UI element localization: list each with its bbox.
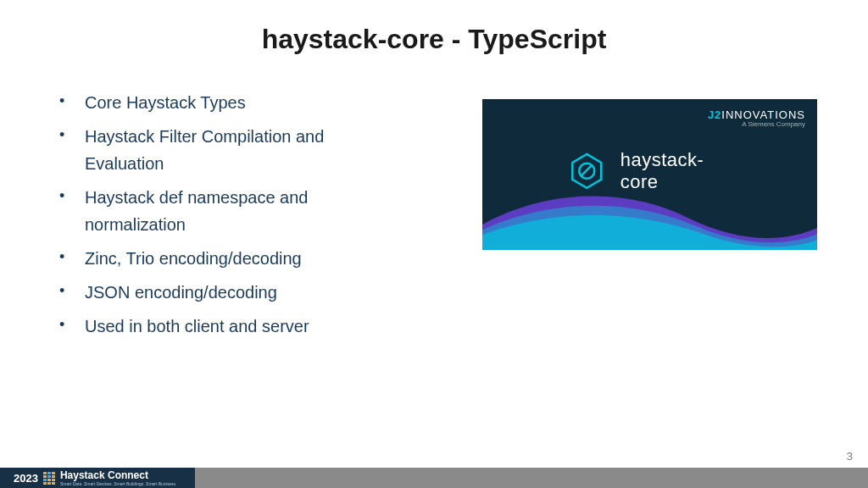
library-banner: J2INNOVATIONS A Siemens Company haystack… [482, 99, 817, 250]
footer-tagline: Smart Data. Smart Devices. Smart Buildin… [60, 482, 177, 486]
page-number: 3 [847, 450, 853, 463]
brand-subtitle: A Siemens Company [708, 121, 805, 129]
footer-stripe [195, 468, 868, 488]
bullet-list: Core Haystack Types Haystack Filter Comp… [51, 89, 482, 347]
list-item: Haystack def namespace and normalization [51, 184, 373, 238]
slide-title: haystack-core - TypeScript [0, 0, 868, 55]
wave-graphic [482, 179, 817, 250]
footer-year: 2023 [14, 472, 38, 485]
list-item: Core Haystack Types [51, 89, 373, 116]
list-item: Zinc, Trio encoding/decoding [51, 245, 373, 272]
list-item: JSON encoding/decoding [51, 279, 373, 306]
list-item: Haystack Filter Compilation and Evaluati… [51, 123, 373, 177]
list-item: Used in both client and server [51, 313, 373, 340]
j2-logo: J2INNOVATIONS A Siemens Company [708, 109, 805, 129]
slide-content: Core Haystack Types Haystack Filter Comp… [0, 55, 868, 347]
footer-bar: 2023 Haystack Connect Smart Data. Smart … [0, 468, 868, 488]
brand-name: INNOVATIONS [721, 108, 805, 121]
footer-conference: Haystack Connect [60, 469, 177, 481]
brand-prefix: J2 [708, 108, 721, 121]
tiles-icon [43, 472, 55, 485]
svg-line-2 [581, 165, 592, 176]
footer-logo: 2023 Haystack Connect Smart Data. Smart … [0, 468, 195, 488]
